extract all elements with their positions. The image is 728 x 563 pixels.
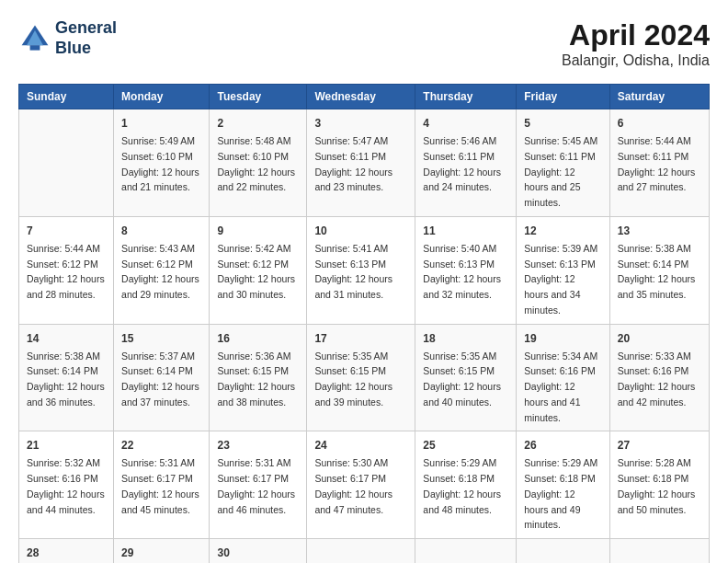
day-number: 20 <box>618 330 701 347</box>
day-info: Sunrise: 5:31 AMSunset: 6:17 PMDaylight:… <box>121 457 199 514</box>
calendar-cell: 2Sunrise: 5:48 AMSunset: 6:10 PMDaylight… <box>210 109 307 217</box>
calendar-cell <box>307 539 415 564</box>
logo-line1: General <box>55 18 117 39</box>
calendar-cell: 26Sunrise: 5:29 AMSunset: 6:18 PMDayligh… <box>517 431 610 539</box>
calendar-cell: 28Sunrise: 5:27 AMSunset: 6:19 PMDayligh… <box>19 539 114 564</box>
calendar-cell: 20Sunrise: 5:33 AMSunset: 6:16 PMDayligh… <box>609 324 709 431</box>
calendar-cell: 6Sunrise: 5:44 AMSunset: 6:11 PMDaylight… <box>609 109 709 217</box>
calendar-cell: 27Sunrise: 5:28 AMSunset: 6:18 PMDayligh… <box>609 431 709 539</box>
day-number: 23 <box>217 437 299 454</box>
day-number: 25 <box>423 437 508 454</box>
day-info: Sunrise: 5:29 AMSunset: 6:18 PMDaylight:… <box>524 457 597 530</box>
calendar-cell: 23Sunrise: 5:31 AMSunset: 6:17 PMDayligh… <box>210 431 307 539</box>
day-number: 29 <box>121 545 201 561</box>
day-info: Sunrise: 5:31 AMSunset: 6:17 PMDaylight:… <box>217 457 295 514</box>
day-number: 11 <box>423 223 508 239</box>
day-info: Sunrise: 5:44 AMSunset: 6:11 PMDaylight:… <box>618 135 696 192</box>
day-info: Sunrise: 5:49 AMSunset: 6:10 PMDaylight:… <box>121 135 199 192</box>
calendar-cell: 21Sunrise: 5:32 AMSunset: 6:16 PMDayligh… <box>19 431 114 539</box>
logo-line2: Blue <box>55 39 117 59</box>
calendar-cell <box>415 539 517 564</box>
day-number: 8 <box>121 223 201 239</box>
calendar-cell: 8Sunrise: 5:43 AMSunset: 6:12 PMDaylight… <box>114 216 210 324</box>
day-number: 9 <box>217 223 299 239</box>
day-number: 19 <box>524 330 602 347</box>
calendar-cell: 5Sunrise: 5:45 AMSunset: 6:11 PMDaylight… <box>517 109 610 217</box>
calendar-table: SundayMondayTuesdayWednesdayThursdayFrid… <box>18 84 710 563</box>
day-info: Sunrise: 5:43 AMSunset: 6:12 PMDaylight:… <box>121 243 199 300</box>
day-number: 3 <box>314 115 407 132</box>
calendar-cell: 25Sunrise: 5:29 AMSunset: 6:18 PMDayligh… <box>415 431 517 539</box>
day-info: Sunrise: 5:30 AMSunset: 6:17 PMDaylight:… <box>314 457 392 514</box>
day-number: 14 <box>27 330 106 347</box>
day-number: 13 <box>618 223 701 239</box>
day-number: 12 <box>524 223 602 239</box>
day-number: 30 <box>217 545 299 561</box>
header-cell: Thursday <box>415 85 517 109</box>
day-info: Sunrise: 5:33 AMSunset: 6:16 PMDaylight:… <box>618 350 696 408</box>
calendar-cell <box>517 539 610 564</box>
day-number: 24 <box>314 437 407 454</box>
header-cell: Wednesday <box>307 85 415 109</box>
day-info: Sunrise: 5:46 AMSunset: 6:11 PMDaylight:… <box>423 135 501 192</box>
header-cell: Sunday <box>19 85 114 109</box>
calendar-cell: 18Sunrise: 5:35 AMSunset: 6:15 PMDayligh… <box>415 324 517 431</box>
day-info: Sunrise: 5:34 AMSunset: 6:16 PMDaylight:… <box>524 350 597 423</box>
day-number: 6 <box>618 115 701 132</box>
calendar-cell <box>609 539 709 564</box>
day-info: Sunrise: 5:42 AMSunset: 6:12 PMDaylight:… <box>217 243 295 300</box>
day-number: 7 <box>27 223 106 239</box>
calendar-cell <box>19 109 114 217</box>
header-cell: Saturday <box>609 85 709 109</box>
calendar-cell: 4Sunrise: 5:46 AMSunset: 6:11 PMDaylight… <box>415 109 517 217</box>
day-info: Sunrise: 5:45 AMSunset: 6:11 PMDaylight:… <box>524 135 597 208</box>
day-number: 10 <box>314 223 407 239</box>
calendar-cell: 3Sunrise: 5:47 AMSunset: 6:11 PMDaylight… <box>307 109 415 217</box>
calendar-week-row: 28Sunrise: 5:27 AMSunset: 6:19 PMDayligh… <box>19 539 710 564</box>
day-info: Sunrise: 5:44 AMSunset: 6:12 PMDaylight:… <box>27 243 105 300</box>
calendar-cell: 12Sunrise: 5:39 AMSunset: 6:13 PMDayligh… <box>517 216 610 324</box>
calendar-title: April 2024 <box>562 18 710 52</box>
calendar-cell: 1Sunrise: 5:49 AMSunset: 6:10 PMDaylight… <box>114 109 210 217</box>
title-block: April 2024 Balangir, Odisha, India <box>562 18 710 69</box>
day-info: Sunrise: 5:38 AMSunset: 6:14 PMDaylight:… <box>27 350 105 408</box>
day-number: 26 <box>524 437 602 454</box>
day-number: 4 <box>423 115 508 132</box>
day-number: 28 <box>27 545 106 561</box>
logo-text: General Blue <box>55 18 117 58</box>
calendar-week-row: 14Sunrise: 5:38 AMSunset: 6:14 PMDayligh… <box>19 324 710 431</box>
day-number: 18 <box>423 330 508 347</box>
day-info: Sunrise: 5:37 AMSunset: 6:14 PMDaylight:… <box>121 350 199 408</box>
svg-rect-2 <box>30 45 40 50</box>
calendar-week-row: 1Sunrise: 5:49 AMSunset: 6:10 PMDaylight… <box>19 109 710 217</box>
day-info: Sunrise: 5:38 AMSunset: 6:14 PMDaylight:… <box>618 243 696 300</box>
day-info: Sunrise: 5:35 AMSunset: 6:15 PMDaylight:… <box>423 350 501 408</box>
calendar-week-row: 21Sunrise: 5:32 AMSunset: 6:16 PMDayligh… <box>19 431 710 539</box>
day-number: 15 <box>121 330 201 347</box>
calendar-cell: 9Sunrise: 5:42 AMSunset: 6:12 PMDaylight… <box>210 216 307 324</box>
day-number: 21 <box>27 437 106 454</box>
header-cell: Friday <box>517 85 610 109</box>
header-row: SundayMondayTuesdayWednesdayThursdayFrid… <box>19 85 710 109</box>
page-header: General Blue April 2024 Balangir, Odisha… <box>18 18 710 69</box>
day-info: Sunrise: 5:40 AMSunset: 6:13 PMDaylight:… <box>423 243 501 300</box>
day-info: Sunrise: 5:39 AMSunset: 6:13 PMDaylight:… <box>524 243 597 316</box>
calendar-cell: 29Sunrise: 5:27 AMSunset: 6:19 PMDayligh… <box>114 539 210 564</box>
calendar-cell: 7Sunrise: 5:44 AMSunset: 6:12 PMDaylight… <box>19 216 114 324</box>
day-number: 22 <box>121 437 201 454</box>
calendar-cell: 17Sunrise: 5:35 AMSunset: 6:15 PMDayligh… <box>307 324 415 431</box>
calendar-cell: 16Sunrise: 5:36 AMSunset: 6:15 PMDayligh… <box>210 324 307 431</box>
logo-icon <box>18 22 51 55</box>
day-number: 16 <box>217 330 299 347</box>
calendar-cell: 10Sunrise: 5:41 AMSunset: 6:13 PMDayligh… <box>307 216 415 324</box>
header-cell: Tuesday <box>210 85 307 109</box>
day-number: 1 <box>121 115 201 132</box>
day-info: Sunrise: 5:36 AMSunset: 6:15 PMDaylight:… <box>217 350 295 408</box>
day-info: Sunrise: 5:47 AMSunset: 6:11 PMDaylight:… <box>314 135 392 192</box>
day-info: Sunrise: 5:41 AMSunset: 6:13 PMDaylight:… <box>314 243 392 300</box>
calendar-cell: 19Sunrise: 5:34 AMSunset: 6:16 PMDayligh… <box>517 324 610 431</box>
calendar-cell: 30Sunrise: 5:26 AMSunset: 6:19 PMDayligh… <box>210 539 307 564</box>
calendar-cell: 22Sunrise: 5:31 AMSunset: 6:17 PMDayligh… <box>114 431 210 539</box>
day-info: Sunrise: 5:29 AMSunset: 6:18 PMDaylight:… <box>423 457 501 514</box>
day-number: 17 <box>314 330 407 347</box>
